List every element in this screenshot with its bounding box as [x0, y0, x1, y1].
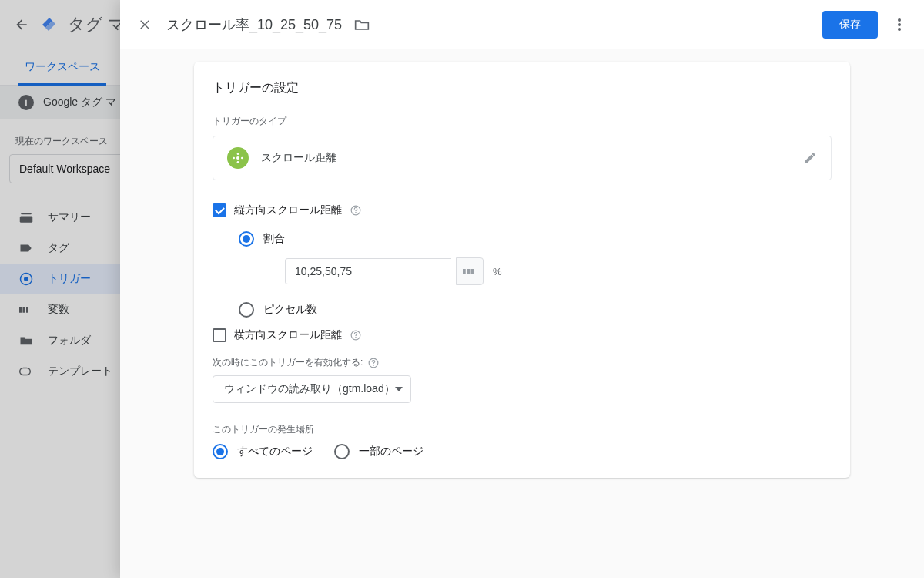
- close-button[interactable]: [136, 15, 154, 34]
- vertical-scroll-checkbox-row: 縦方向スクロール距離: [213, 203, 832, 217]
- enable-on-value: ウィンドウの読み取り（gtm.load）: [224, 382, 395, 396]
- svg-point-9: [898, 23, 901, 26]
- folder-outline-icon[interactable]: [354, 18, 370, 32]
- enable-on-label: 次の時にこのトリガーを有効化する:: [213, 356, 832, 369]
- radio-pixel[interactable]: [239, 302, 254, 318]
- vertical-scroll-radio-group: 割合 % ピクセル数: [239, 231, 832, 318]
- svg-point-12: [237, 153, 239, 155]
- fire-on-label: このトリガーの発生場所: [213, 423, 832, 436]
- radio-all-pages-label: すべてのページ: [237, 445, 313, 459]
- radio-all-pages[interactable]: [213, 444, 228, 459]
- scroll-depth-icon: [227, 147, 249, 169]
- fire-on-radio-group: すべてのページ 一部のページ: [213, 444, 832, 459]
- help-icon[interactable]: [350, 204, 362, 217]
- trigger-type-value: スクロール距離: [261, 151, 791, 165]
- svg-point-10: [898, 28, 901, 31]
- percentage-input[interactable]: [285, 258, 451, 284]
- radio-percentage-row: 割合: [239, 231, 832, 247]
- svg-point-17: [356, 213, 357, 213]
- trigger-type-label: トリガーのタイプ: [213, 115, 832, 128]
- variable-picker-button[interactable]: [456, 257, 484, 285]
- help-icon[interactable]: [367, 357, 380, 369]
- radio-some-pages[interactable]: [334, 444, 350, 459]
- horizontal-scroll-checkbox-row: 横方向スクロール距離: [213, 328, 832, 342]
- horizontal-scroll-label: 横方向スクロール距離: [234, 328, 342, 342]
- trigger-type-selector[interactable]: スクロール距離: [213, 136, 832, 180]
- radio-all-pages-row: すべてのページ: [213, 444, 313, 459]
- help-icon[interactable]: [350, 329, 362, 341]
- horizontal-scroll-checkbox[interactable]: [213, 328, 226, 342]
- card-title: トリガーの設定: [213, 80, 832, 96]
- svg-point-8: [898, 18, 901, 22]
- radio-percentage[interactable]: [239, 231, 254, 247]
- svg-point-22: [356, 338, 357, 338]
- radio-some-pages-label: 一部のページ: [359, 445, 424, 459]
- svg-point-24: [373, 365, 374, 365]
- vertical-scroll-checkbox[interactable]: [213, 203, 226, 217]
- dialog-body: トリガーの設定 トリガーのタイプ スクロール距離 縦方向スクロール距離: [120, 49, 924, 490]
- enable-on-select[interactable]: ウィンドウの読み取り（gtm.load）: [213, 375, 411, 403]
- svg-rect-20: [471, 269, 474, 274]
- trigger-name-title[interactable]: スクロール率_10_25_50_75: [166, 15, 342, 34]
- radio-pixel-row: ピクセル数: [239, 302, 832, 318]
- trigger-editor-dialog: スクロール率_10_25_50_75 保存 トリガーの設定 トリガーのタイプ ス…: [120, 0, 924, 578]
- vertical-scroll-label: 縦方向スクロール距離: [234, 203, 342, 217]
- radio-percentage-label: 割合: [263, 232, 285, 246]
- radio-some-pages-row: 一部のページ: [334, 444, 424, 459]
- svg-rect-18: [463, 269, 466, 274]
- trigger-config-card: トリガーの設定 トリガーのタイプ スクロール距離 縦方向スクロール距離: [194, 62, 850, 478]
- more-vert-icon[interactable]: [890, 15, 909, 34]
- percentage-unit: %: [493, 266, 502, 277]
- svg-point-15: [241, 157, 243, 160]
- svg-point-14: [233, 157, 235, 160]
- svg-point-11: [236, 156, 239, 160]
- edit-icon[interactable]: [803, 151, 817, 165]
- svg-point-13: [237, 161, 239, 163]
- percentage-input-row: %: [285, 257, 832, 285]
- radio-pixel-label: ピクセル数: [263, 303, 317, 317]
- save-button[interactable]: 保存: [822, 11, 878, 39]
- dialog-header: スクロール率_10_25_50_75 保存: [120, 0, 924, 49]
- svg-rect-19: [467, 269, 470, 274]
